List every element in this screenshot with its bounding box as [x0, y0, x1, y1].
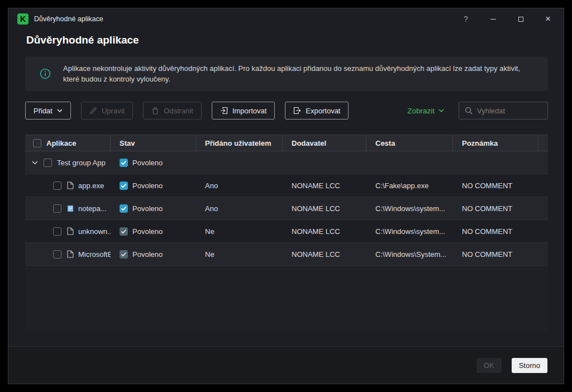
notepad-icon: [67, 204, 74, 212]
table-header: Aplikace Stav Přidáno uživatelem Dodavat…: [25, 135, 548, 151]
kaspersky-logo-icon: K: [17, 13, 28, 25]
status-label: Povoleno: [132, 159, 163, 167]
maximize-icon: [518, 17, 523, 22]
file-icon: [67, 181, 74, 189]
add-button[interactable]: Přidat: [25, 102, 71, 119]
chevron-down-icon: [57, 109, 63, 112]
cell-comment: NO COMMENT: [453, 250, 538, 259]
pencil-icon: [89, 107, 97, 114]
info-banner: Aplikace nekontroluje aktivity důvěryhod…: [25, 56, 548, 91]
cell-path: C:\Windows\System...: [366, 250, 453, 259]
column-header-vendor: Dodavatel: [283, 135, 366, 151]
export-button-label: Exportovat: [306, 107, 340, 115]
view-button[interactable]: Zobrazit: [407, 107, 444, 115]
column-header-added-by-user: Přidáno uživatelem: [196, 135, 283, 151]
info-icon: [40, 68, 51, 79]
file-icon: [67, 227, 74, 235]
import-button[interactable]: Importovat: [212, 102, 275, 119]
cancel-button[interactable]: Storno: [512, 358, 547, 373]
column-header-path: Cesta: [366, 135, 453, 151]
row-checkbox[interactable]: [53, 181, 61, 190]
row-checkbox[interactable]: [53, 204, 61, 213]
cell-added: Ne: [196, 227, 283, 236]
app-name: MicrosoftE...: [78, 250, 111, 259]
edit-button-label: Upravit: [102, 107, 125, 115]
cell-comment: NO COMMENT: [453, 227, 538, 236]
cell-comment: NO COMMENT: [453, 181, 538, 190]
group-row[interactable]: Test group App Povoleno: [25, 151, 548, 174]
minimize-button[interactable]: [488, 13, 499, 25]
ok-button[interactable]: OK: [476, 358, 502, 373]
import-button-label: Importovat: [232, 107, 266, 115]
column-header-application: Aplikace: [25, 135, 111, 151]
edit-button[interactable]: Upravit: [81, 102, 133, 119]
close-button[interactable]: ×: [542, 13, 554, 25]
status-label: Povoleno: [132, 181, 163, 190]
cell-path: C:\Fake\app.exe: [366, 181, 453, 190]
cell-added: Ano: [196, 204, 283, 213]
table-row[interactable]: unknown.... Povoleno Ne NONAME LCC C:\Wi…: [25, 220, 548, 243]
status-checkbox[interactable]: [120, 204, 128, 213]
help-button[interactable]: ?: [460, 13, 471, 25]
row-checkbox[interactable]: [53, 227, 61, 236]
cell-vendor: NONAME LCC: [283, 204, 366, 213]
add-button-label: Přidat: [34, 107, 53, 115]
collapse-chevron-icon[interactable]: [32, 161, 38, 165]
export-button[interactable]: Exportovat: [285, 102, 349, 119]
app-window: K Důvěryhodné aplikace ? × Důvěryhodné a…: [8, 8, 564, 384]
status-label: Povoleno: [132, 227, 163, 236]
search-input[interactable]: [477, 107, 542, 115]
import-icon: [220, 107, 228, 114]
table-row[interactable]: notepa... Povoleno Ano NONAME LCC C:\Win…: [25, 197, 548, 220]
trash-icon: [151, 107, 159, 114]
file-icon: [67, 250, 74, 258]
info-text: Aplikace nekontroluje aktivity důvěryhod…: [63, 63, 533, 85]
cell-path: C:\Windows\system...: [366, 227, 453, 236]
view-button-label: Zobrazit: [407, 107, 435, 115]
export-icon: [293, 107, 301, 114]
status-checkbox[interactable]: [120, 181, 128, 190]
status-label: Povoleno: [132, 204, 163, 213]
app-name: unknown....: [78, 227, 111, 236]
cell-added: Ne: [196, 250, 283, 259]
cell-comment: NO COMMENT: [453, 204, 538, 213]
search-box: [459, 102, 548, 119]
row-checkbox[interactable]: [44, 159, 52, 167]
column-header-comment: Poznámka: [453, 135, 538, 151]
minimize-icon: [490, 19, 496, 20]
cell-vendor: NONAME LCC: [283, 227, 366, 236]
status-label: Povoleno: [132, 250, 163, 259]
column-header-status: Stav: [111, 135, 196, 151]
delete-button[interactable]: Odstranit: [143, 102, 202, 119]
select-all-checkbox[interactable]: [33, 139, 41, 147]
titlebar: K Důvěryhodné aplikace ? ×: [8, 8, 564, 30]
window-title: Důvěryhodné aplikace: [34, 15, 103, 23]
search-icon: [465, 107, 473, 114]
page-title: Důvěryhodné aplikace: [26, 34, 139, 46]
delete-button-label: Odstranit: [164, 107, 193, 115]
status-checkbox[interactable]: [120, 250, 128, 259]
status-checkbox[interactable]: [120, 227, 128, 236]
footer: OK Storno: [8, 346, 564, 384]
maximize-button[interactable]: [515, 13, 526, 25]
table-row[interactable]: MicrosoftE... Povoleno Ne NONAME LCC C:\…: [25, 243, 548, 266]
toolbar: Přidat Upravit Odstranit: [25, 102, 548, 119]
app-name: notepa...: [78, 204, 107, 213]
app-name: app.exe: [78, 181, 104, 190]
chevron-down-icon: [438, 109, 444, 112]
cell-path: C:\Windows\system...: [366, 204, 453, 213]
cell-added: Ano: [196, 181, 283, 190]
row-checkbox[interactable]: [53, 250, 61, 259]
status-checkbox[interactable]: [120, 159, 128, 167]
group-name: Test group App: [57, 159, 106, 167]
cell-vendor: NONAME LCC: [283, 250, 366, 259]
table-row[interactable]: app.exe Povoleno Ano NONAME LCC C:\Fake\…: [25, 174, 548, 197]
column-header-label: Aplikace: [46, 139, 76, 147]
apps-table: Aplikace Stav Přidáno uživatelem Dodavat…: [25, 135, 548, 331]
column-header-spacer: [538, 135, 548, 151]
cell-vendor: NONAME LCC: [283, 181, 366, 190]
